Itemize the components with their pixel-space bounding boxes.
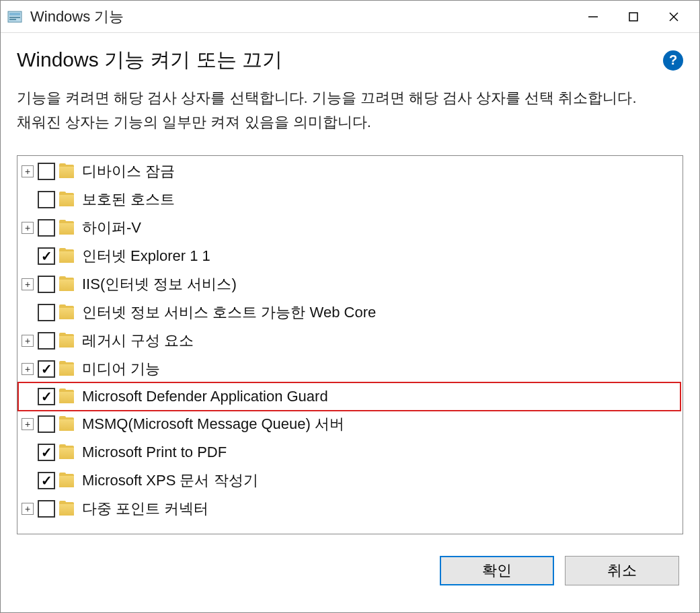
windows-features-dialog: Windows 기능 Windows 기능 켜기 또는 끄기 ? 기능을 켜려면… bbox=[0, 0, 700, 613]
feature-label: 레거시 구성 요소 bbox=[82, 331, 194, 351]
feature-row[interactable]: +레거시 구성 요소 bbox=[17, 327, 683, 355]
feature-row[interactable]: +디바이스 잠금 bbox=[17, 157, 683, 186]
dialog-footer: 확인 취소 bbox=[1, 544, 699, 592]
feature-checkbox[interactable] bbox=[38, 444, 55, 461]
feature-row[interactable]: +다중 포인트 커넥터 bbox=[17, 495, 683, 523]
maximize-icon bbox=[627, 11, 639, 23]
feature-checkbox[interactable] bbox=[38, 163, 55, 180]
feature-label: 하이퍼-V bbox=[82, 218, 141, 238]
folder-icon bbox=[59, 390, 74, 403]
folder-icon bbox=[59, 249, 74, 263]
feature-row[interactable]: +IIS(인터넷 정보 서비스) bbox=[17, 270, 683, 298]
feature-label: 인터넷 정보 서비스 호스트 가능한 Web Core bbox=[82, 302, 376, 323]
cancel-button[interactable]: 취소 bbox=[565, 556, 679, 585]
ok-button[interactable]: 확인 bbox=[440, 556, 554, 585]
close-button[interactable] bbox=[654, 3, 694, 30]
folder-icon bbox=[59, 221, 74, 235]
feature-row[interactable]: 보호된 호스트 bbox=[17, 186, 683, 214]
svg-rect-3 bbox=[9, 19, 16, 20]
feature-row[interactable]: 인터넷 Explorer 1 1 bbox=[17, 242, 683, 270]
app-icon bbox=[6, 8, 24, 26]
feature-label: Microsoft Print to PDF bbox=[82, 444, 227, 461]
feature-checkbox[interactable] bbox=[38, 415, 55, 433]
minimize-button[interactable] bbox=[573, 3, 613, 30]
folder-icon bbox=[59, 417, 74, 431]
feature-label: Microsoft XPS 문서 작성기 bbox=[82, 471, 258, 491]
feature-row[interactable]: Microsoft Defender Application Guard bbox=[17, 382, 681, 411]
feature-checkbox[interactable] bbox=[38, 219, 55, 237]
close-icon bbox=[668, 11, 680, 23]
feature-row[interactable]: Microsoft Print to PDF bbox=[17, 438, 683, 466]
feature-label: 인터넷 Explorer 1 1 bbox=[82, 246, 210, 266]
folder-icon bbox=[59, 193, 74, 206]
maximize-button[interactable] bbox=[613, 3, 654, 30]
feature-checkbox[interactable] bbox=[38, 360, 55, 378]
feature-checkbox[interactable] bbox=[38, 276, 55, 293]
feature-row[interactable]: 인터넷 정보 서비스 호스트 가능한 Web Core bbox=[17, 298, 683, 327]
feature-checkbox[interactable] bbox=[38, 388, 55, 405]
folder-icon bbox=[59, 502, 74, 516]
expand-toggle[interactable]: + bbox=[22, 418, 34, 430]
minimize-icon bbox=[587, 11, 599, 23]
expand-toggle[interactable]: + bbox=[22, 278, 34, 290]
feature-label: MSMQ(Microsoft Message Queue) 서버 bbox=[82, 414, 344, 434]
expand-toggle[interactable]: + bbox=[22, 503, 34, 515]
feature-label: Microsoft Defender Application Guard bbox=[82, 388, 328, 405]
help-icon[interactable]: ? bbox=[663, 50, 683, 71]
folder-icon bbox=[59, 446, 74, 459]
feature-checkbox[interactable] bbox=[38, 247, 55, 265]
page-description: 기능을 켜려면 해당 검사 상자를 선택합니다. 기능을 끄려면 해당 검사 상… bbox=[17, 86, 683, 135]
titlebar: Windows 기능 bbox=[1, 1, 699, 33]
feature-checkbox[interactable] bbox=[38, 500, 55, 518]
window-title: Windows 기능 bbox=[30, 7, 124, 27]
feature-label: 미디어 기능 bbox=[82, 359, 160, 379]
expand-toggle[interactable]: + bbox=[22, 165, 34, 177]
feature-row[interactable]: Microsoft XPS 문서 작성기 bbox=[17, 466, 683, 495]
expand-toggle[interactable]: + bbox=[22, 363, 34, 375]
feature-label: IIS(인터넷 정보 서비스) bbox=[82, 274, 237, 294]
feature-row[interactable]: +MSMQ(Microsoft Message Queue) 서버 bbox=[17, 410, 683, 438]
folder-icon bbox=[59, 362, 74, 376]
svg-rect-1 bbox=[9, 13, 20, 15]
feature-checkbox[interactable] bbox=[38, 472, 55, 489]
feature-label: 디바이스 잠금 bbox=[82, 161, 175, 181]
feature-label: 다중 포인트 커넥터 bbox=[82, 499, 208, 519]
folder-icon bbox=[59, 474, 74, 487]
feature-row[interactable]: +하이퍼-V bbox=[17, 214, 683, 242]
feature-checkbox[interactable] bbox=[38, 304, 55, 321]
expand-toggle[interactable]: + bbox=[22, 222, 34, 234]
feature-label: 보호된 호스트 bbox=[82, 190, 175, 210]
svg-rect-2 bbox=[9, 17, 20, 18]
feature-row[interactable]: +미디어 기능 bbox=[17, 355, 683, 383]
feature-checkbox[interactable] bbox=[38, 191, 55, 208]
features-tree[interactable]: +디바이스 잠금보호된 호스트+하이퍼-V인터넷 Explorer 1 1+II… bbox=[17, 155, 683, 534]
svg-rect-5 bbox=[629, 13, 637, 21]
page-heading: Windows 기능 켜기 또는 끄기 bbox=[17, 46, 282, 74]
folder-icon bbox=[59, 165, 74, 178]
expand-toggle[interactable]: + bbox=[22, 335, 34, 347]
folder-icon bbox=[59, 278, 74, 291]
feature-checkbox[interactable] bbox=[38, 332, 55, 350]
folder-icon bbox=[59, 306, 74, 319]
folder-icon bbox=[59, 334, 74, 348]
